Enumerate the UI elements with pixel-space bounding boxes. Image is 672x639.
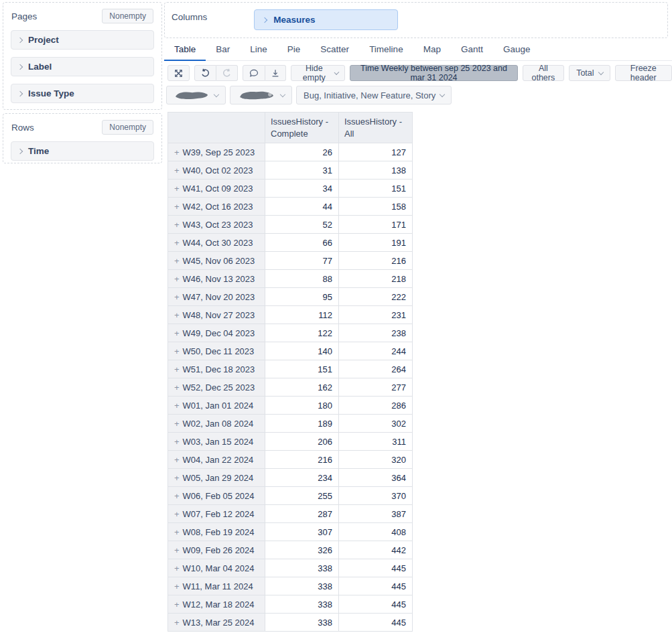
cell-complete[interactable]: 112 xyxy=(265,306,339,324)
cell-all[interactable]: 138 xyxy=(339,161,413,180)
time-row-header[interactable]: +W06, Feb 05 2024 xyxy=(168,487,265,505)
issue-type-filter-dropdown[interactable]: Bug, Initiative, New Feature, Story xyxy=(296,86,452,104)
cell-complete[interactable]: 31 xyxy=(265,161,339,180)
time-row-header[interactable]: +W42, Oct 16 2023 xyxy=(168,198,265,216)
cell-complete[interactable]: 88 xyxy=(265,270,339,288)
comments-button[interactable] xyxy=(243,65,265,81)
time-row-header[interactable]: +W51, Dec 18 2023 xyxy=(168,360,265,378)
expand-plus-icon[interactable]: + xyxy=(174,147,180,157)
chart-type-tab[interactable]: Line xyxy=(240,42,277,61)
chart-type-tab[interactable]: Gauge xyxy=(493,42,541,61)
cell-complete[interactable]: 162 xyxy=(265,378,339,397)
cell-complete[interactable]: 140 xyxy=(265,342,339,360)
chart-type-tab[interactable]: Pie xyxy=(277,42,311,61)
cell-all[interactable]: 277 xyxy=(339,378,413,397)
time-row-header[interactable]: +W39, Sep 25 2023 xyxy=(168,143,265,161)
expand-plus-icon[interactable]: + xyxy=(174,491,180,501)
project-filter-dropdown-redacted[interactable] xyxy=(166,86,226,104)
cell-complete[interactable]: 338 xyxy=(265,614,339,632)
cell-complete[interactable]: 338 xyxy=(265,577,339,595)
cell-complete[interactable]: 189 xyxy=(265,415,339,433)
expand-plus-icon[interactable]: + xyxy=(174,437,180,447)
expand-plus-icon[interactable]: + xyxy=(174,292,180,302)
cell-complete[interactable]: 180 xyxy=(265,397,339,415)
expand-plus-icon[interactable]: + xyxy=(174,310,180,320)
cell-complete[interactable]: 77 xyxy=(265,252,339,270)
freeze-header-button[interactable]: Freeze header xyxy=(615,65,672,81)
cell-complete[interactable]: 122 xyxy=(265,324,339,342)
label-filter-dropdown-redacted[interactable] xyxy=(230,86,292,104)
cell-all[interactable]: 127 xyxy=(339,143,413,161)
time-filter-button[interactable]: Time Weekly between sep 25 2023 and mar … xyxy=(350,65,517,81)
time-row-header[interactable]: +W08, Feb 19 2024 xyxy=(168,523,265,541)
chart-type-tab[interactable]: Bar xyxy=(206,42,240,61)
expand-plus-icon[interactable]: + xyxy=(174,545,180,555)
cell-all[interactable]: 364 xyxy=(339,469,413,487)
cell-all[interactable]: 320 xyxy=(339,451,413,469)
time-row-header[interactable]: +W03, Jan 15 2024 xyxy=(168,433,265,451)
time-row-header[interactable]: +W52, Dec 25 2023 xyxy=(168,378,265,397)
chart-type-tab[interactable]: Timeline xyxy=(359,42,413,61)
expand-plus-icon[interactable]: + xyxy=(174,364,180,374)
cell-all[interactable]: 445 xyxy=(339,614,413,632)
cell-all[interactable]: 445 xyxy=(339,577,413,595)
time-row-header[interactable]: +W11, Mar 11 2024 xyxy=(168,577,265,595)
export-button[interactable] xyxy=(265,65,286,81)
cell-all[interactable]: 191 xyxy=(339,234,413,252)
time-row-header[interactable]: +W04, Jan 22 2024 xyxy=(168,451,265,469)
maximize-button[interactable] xyxy=(167,65,190,81)
expand-plus-icon[interactable]: + xyxy=(174,581,180,591)
time-row-header[interactable]: +W45, Nov 06 2023 xyxy=(168,252,265,270)
time-row-header[interactable]: +W10, Mar 04 2024 xyxy=(168,559,265,577)
undo-button[interactable] xyxy=(194,65,216,81)
cell-complete[interactable]: 255 xyxy=(265,487,339,505)
time-row-header[interactable]: +W46, Nov 13 2023 xyxy=(168,270,265,288)
cell-all[interactable]: 445 xyxy=(339,595,413,614)
cell-all[interactable]: 158 xyxy=(339,198,413,216)
hide-empty-dropdown[interactable]: Hide empty xyxy=(291,65,345,81)
cell-all[interactable]: 445 xyxy=(339,559,413,577)
cell-all[interactable]: 231 xyxy=(339,306,413,324)
cell-all[interactable]: 264 xyxy=(339,360,413,378)
time-row-header[interactable]: +W07, Feb 12 2024 xyxy=(168,505,265,523)
column-header-all[interactable]: IssuesHistory - All xyxy=(339,113,413,143)
expand-plus-icon[interactable]: + xyxy=(174,455,180,465)
time-row-header[interactable]: +W49, Dec 04 2023 xyxy=(168,324,265,342)
expand-plus-icon[interactable]: + xyxy=(174,401,180,411)
expand-plus-icon[interactable]: + xyxy=(174,202,180,212)
chart-type-tab[interactable]: Scatter xyxy=(310,42,359,61)
expand-plus-icon[interactable]: + xyxy=(174,382,180,393)
cell-all[interactable]: 442 xyxy=(339,541,413,559)
cell-complete[interactable]: 338 xyxy=(265,559,339,577)
total-dropdown[interactable]: Total xyxy=(569,65,610,81)
time-row-header[interactable]: +W50, Dec 11 2023 xyxy=(168,342,265,360)
all-others-button[interactable]: All others xyxy=(523,65,565,81)
expand-plus-icon[interactable]: + xyxy=(174,419,180,429)
redo-button[interactable] xyxy=(216,65,238,81)
time-row-header[interactable]: +W12, Mar 18 2024 xyxy=(168,595,265,614)
cell-all[interactable]: 171 xyxy=(339,216,413,234)
time-row-header[interactable]: +W02, Jan 08 2024 xyxy=(168,415,265,433)
time-row-header[interactable]: +W05, Jan 29 2024 xyxy=(168,469,265,487)
expand-plus-icon[interactable]: + xyxy=(174,563,180,573)
expand-plus-icon[interactable]: + xyxy=(174,618,180,628)
cell-all[interactable]: 151 xyxy=(339,180,413,198)
expand-plus-icon[interactable]: + xyxy=(174,165,180,175)
expand-plus-icon[interactable]: + xyxy=(174,256,180,266)
cell-all[interactable]: 218 xyxy=(339,270,413,288)
dimension-panel[interactable]: Label xyxy=(11,57,154,76)
cell-complete[interactable]: 66 xyxy=(265,234,339,252)
cell-all[interactable]: 286 xyxy=(339,397,413,415)
pages-nonempty-button[interactable]: Nonempty xyxy=(102,9,153,23)
dimension-panel[interactable]: Project xyxy=(11,30,154,50)
time-row-header[interactable]: +W43, Oct 23 2023 xyxy=(168,216,265,234)
time-row-header[interactable]: +W40, Oct 02 2023 xyxy=(168,161,265,180)
time-row-header[interactable]: +W41, Oct 09 2023 xyxy=(168,180,265,198)
column-header-complete[interactable]: IssuesHistory - Complete xyxy=(265,113,339,143)
cell-complete[interactable]: 234 xyxy=(265,469,339,487)
measures-chip[interactable]: Measures xyxy=(254,9,398,30)
cell-all[interactable]: 370 xyxy=(339,487,413,505)
cell-complete[interactable]: 52 xyxy=(265,216,339,234)
cell-complete[interactable]: 95 xyxy=(265,288,339,306)
time-row-header[interactable]: +W47, Nov 20 2023 xyxy=(168,288,265,306)
